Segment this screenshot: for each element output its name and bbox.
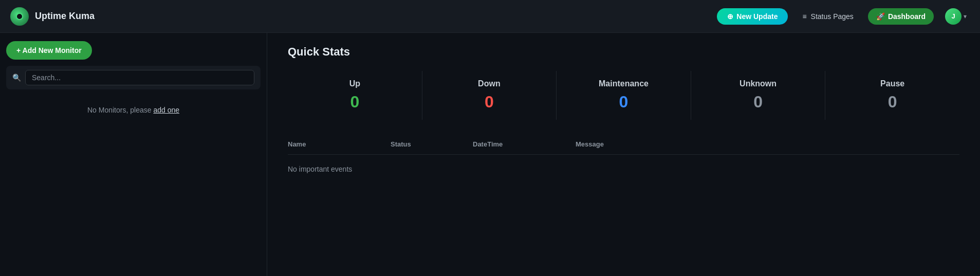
stat-item-up: Up 0 — [288, 71, 422, 120]
stat-label: Pause — [829, 79, 955, 88]
dashboard-label: Dashboard — [888, 12, 926, 21]
stat-item-maintenance: Maintenance 0 — [557, 71, 691, 120]
stat-label: Maintenance — [561, 79, 687, 88]
table-header-cell: Status — [391, 140, 473, 148]
stat-label: Unknown — [695, 79, 821, 88]
main-layout: + Add New Monitor 🔍 No Monitors, please … — [0, 33, 980, 276]
logo-inner — [16, 13, 23, 20]
stat-label: Down — [427, 79, 552, 88]
stats-grid: Up 0 Down 0 Maintenance 0 Unknown 0 Paus… — [288, 71, 959, 120]
stat-item-down: Down 0 — [422, 71, 557, 120]
table-header: NameStatusDateTimeMessage — [288, 140, 959, 155]
table-header-cell: DateTime — [473, 140, 576, 148]
sidebar: + Add New Monitor 🔍 No Monitors, please … — [0, 33, 267, 276]
header-right: ⊕ New Update ≡ Status Pages 🚀 Dashboard … — [717, 6, 970, 27]
table-header-cell: Message — [576, 140, 959, 148]
chevron-down-icon: ▾ — [964, 13, 967, 20]
new-update-button[interactable]: ⊕ New Update — [717, 8, 788, 25]
stat-label: Up — [292, 79, 418, 88]
dashboard-button[interactable]: 🚀 Dashboard — [868, 8, 934, 25]
search-input[interactable] — [25, 70, 254, 85]
add-new-monitor-button[interactable]: + Add New Monitor — [6, 41, 92, 60]
search-icon: 🔍 — [12, 73, 21, 82]
avatar: J — [945, 8, 961, 25]
stat-item-unknown: Unknown 0 — [691, 71, 826, 120]
quick-stats-title: Quick Stats — [288, 45, 959, 59]
new-update-label: New Update — [736, 12, 778, 21]
add-one-link[interactable]: add one — [153, 106, 179, 114]
app-title: Uptime Kuma — [35, 11, 95, 22]
app-header: Uptime Kuma ⊕ New Update ≡ Status Pages … — [0, 0, 980, 33]
search-container: 🔍 — [6, 66, 261, 89]
user-menu[interactable]: J ▾ — [942, 6, 970, 27]
stat-value: 0 — [292, 93, 418, 112]
no-events-message: No important events — [288, 161, 959, 177]
content-area: Quick Stats Up 0 Down 0 Maintenance 0 Un… — [267, 33, 980, 276]
new-update-icon: ⊕ — [727, 12, 733, 21]
app-logo — [10, 7, 29, 26]
dashboard-icon: 🚀 — [876, 12, 885, 21]
status-pages-nav[interactable]: ≡ Status Pages — [796, 8, 859, 25]
status-pages-icon: ≡ — [802, 12, 806, 21]
table-header-cell: Name — [288, 140, 391, 148]
no-monitors-message: No Monitors, please add one — [6, 106, 261, 114]
status-pages-label: Status Pages — [811, 12, 854, 21]
header-left: Uptime Kuma — [10, 7, 95, 26]
stat-item-pause: Pause 0 — [825, 71, 959, 120]
stat-value: 0 — [427, 93, 552, 112]
stat-value: 0 — [695, 93, 821, 112]
stat-value: 0 — [829, 93, 955, 112]
events-table: NameStatusDateTimeMessage No important e… — [288, 140, 959, 177]
stat-value: 0 — [561, 93, 687, 112]
